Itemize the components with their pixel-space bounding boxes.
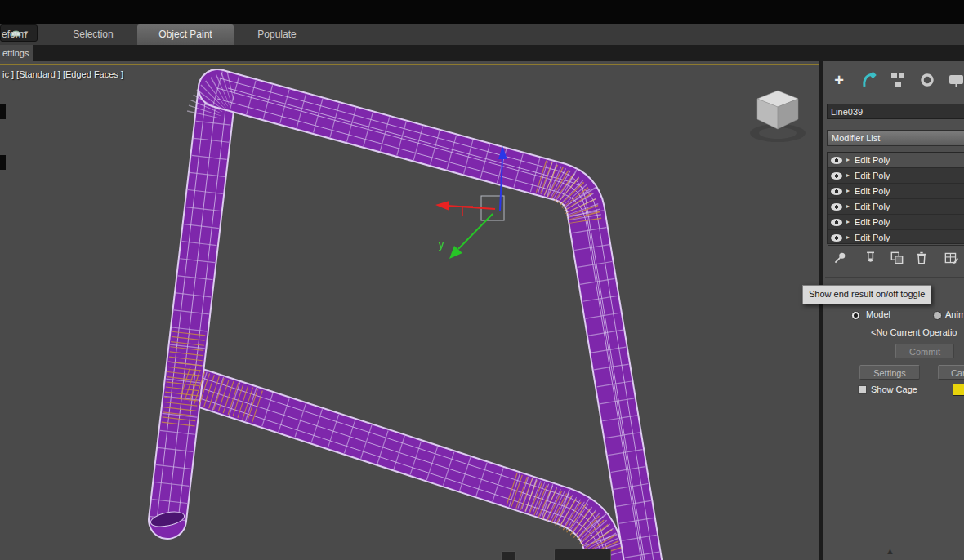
viewport[interactable]: y ic ] [Standard ] [Edged Faces ] — [0, 61, 819, 560]
model-line039[interactable] — [150, 78, 655, 560]
modifier-stack-item[interactable]: ▸ Edit Poly — [828, 184, 964, 199]
hierarchy-icon — [890, 72, 906, 88]
modifier-name: Edit Poly — [855, 230, 890, 245]
visibility-eye-icon[interactable] — [831, 188, 842, 195]
motion-icon — [919, 72, 935, 88]
modifier-stack: ▸ Edit Poly ▸ Edit Poly ▸ Edit Poly ▸ Ed… — [827, 152, 964, 244]
model-radio-label: Model — [866, 309, 890, 319]
object-name-field[interactable] — [827, 104, 964, 119]
tooltip-show-end-result: Show end result on/off toggle — [802, 285, 931, 304]
active-viewport-border — [0, 558, 819, 558]
visibility-eye-icon[interactable] — [831, 203, 842, 211]
ribbon-tab-selection[interactable]: Selection — [64, 24, 123, 45]
viewcube[interactable] — [750, 91, 806, 142]
configure-grid-icon — [943, 250, 959, 266]
trash-icon — [913, 250, 930, 266]
ribbon-tab-populate[interactable]: Populate — [248, 24, 306, 45]
viewport-scene[interactable]: y — [0, 61, 819, 560]
y-axis-handle[interactable] — [458, 214, 493, 249]
modifier-stack-toolbar — [823, 248, 964, 269]
expand-arrow-icon[interactable]: ▸ — [846, 168, 850, 183]
modify-icon — [859, 71, 877, 89]
show-end-result-button[interactable] — [862, 250, 878, 266]
command-panel: + Modifier List — [823, 61, 964, 560]
tab-motion[interactable] — [917, 69, 938, 91]
make-unique-button[interactable] — [889, 250, 905, 266]
ribbon-tab-freeform[interactable]: eform — [0, 24, 36, 45]
ribbon-tab-object-paint[interactable]: Object Paint — [137, 24, 234, 45]
commit-button[interactable]: Commit — [895, 344, 954, 358]
viewport-shading-label[interactable]: ic ] [Standard ] [Edged Faces ] — [2, 69, 123, 79]
model-radio[interactable] — [851, 311, 860, 320]
show-cage-label: Show Cage — [871, 384, 917, 394]
modifier-name: Edit Poly — [855, 168, 890, 183]
expand-arrow-icon[interactable]: ▸ — [846, 230, 850, 245]
title-bar — [0, 0, 964, 24]
viewport-bottom-widget[interactable] — [501, 551, 516, 560]
tab-hierarchy[interactable] — [887, 69, 908, 91]
viewport-edge-mark — [0, 155, 6, 170]
rollout-divider — [825, 277, 964, 278]
display-icon — [948, 72, 964, 88]
panel-scroll-arrow[interactable]: ▲ — [886, 546, 895, 556]
test-tube-icon — [862, 250, 878, 266]
active-viewport-border — [0, 64, 819, 65]
expand-arrow-icon[interactable]: ▸ — [846, 215, 850, 229]
tab-create[interactable]: + — [828, 69, 850, 91]
cage-color-swatch[interactable] — [953, 384, 964, 396]
anim-radio[interactable] — [933, 311, 942, 320]
visibility-eye-icon[interactable] — [831, 234, 842, 242]
modifier-stack-item[interactable]: ▸ Edit Poly — [828, 199, 964, 215]
expand-arrow-icon[interactable]: ▸ — [846, 184, 850, 198]
create-plus-icon: + — [834, 72, 844, 88]
active-viewport-border — [819, 64, 819, 558]
ribbon-subtab-row: ettings — [0, 45, 964, 61]
visibility-eye-icon[interactable] — [831, 157, 842, 164]
remove-modifier-button[interactable] — [913, 250, 930, 266]
modifier-stack-item[interactable]: ▸ Edit Poly — [828, 215, 964, 230]
show-cage-checkbox[interactable] — [858, 385, 867, 394]
expand-arrow-icon[interactable]: ▸ — [846, 153, 850, 167]
configure-modifier-sets-button[interactable] — [943, 250, 959, 266]
viewport-bottom-widget[interactable] — [554, 549, 611, 560]
pin-stack-button[interactable] — [832, 250, 848, 266]
tab-display[interactable] — [946, 69, 964, 91]
modifier-name: Edit Poly — [855, 153, 890, 167]
modifier-name: Edit Poly — [855, 184, 890, 198]
expand-arrow-icon[interactable]: ▸ — [846, 199, 850, 214]
modifier-name: Edit Poly — [855, 215, 890, 229]
x-axis-arrowhead — [435, 201, 449, 211]
current-operation-label: <No Current Operatio — [871, 327, 957, 337]
ribbon-tab-bar: eform Selection Object Paint Populate ▾ — [0, 24, 964, 45]
visibility-eye-icon[interactable] — [831, 219, 842, 226]
settings-button[interactable]: Settings — [859, 365, 920, 380]
modifier-list-dropdown[interactable]: Modifier List — [827, 130, 964, 146]
tab-modify[interactable] — [858, 69, 879, 91]
modifier-stack-item[interactable]: ▸ Edit Poly — [828, 230, 964, 246]
modifier-stack-item[interactable]: ▸ Edit Poly — [828, 153, 964, 168]
cancel-button[interactable]: Can — [938, 365, 964, 380]
modifier-stack-item[interactable]: ▸ Edit Poly — [828, 168, 964, 184]
pin-icon — [832, 250, 848, 266]
anim-radio-label: Anim — [945, 309, 964, 319]
modifier-name: Edit Poly — [855, 199, 890, 214]
y-axis-label: y — [439, 239, 444, 251]
visibility-eye-icon[interactable] — [831, 172, 842, 180]
ribbon-subtab-settings[interactable]: ettings — [0, 45, 33, 61]
3dsmax-window: eform Selection Object Paint Populate ▾ … — [0, 0, 964, 560]
viewport-edge-mark — [0, 104, 6, 119]
make-unique-icon — [889, 250, 905, 266]
